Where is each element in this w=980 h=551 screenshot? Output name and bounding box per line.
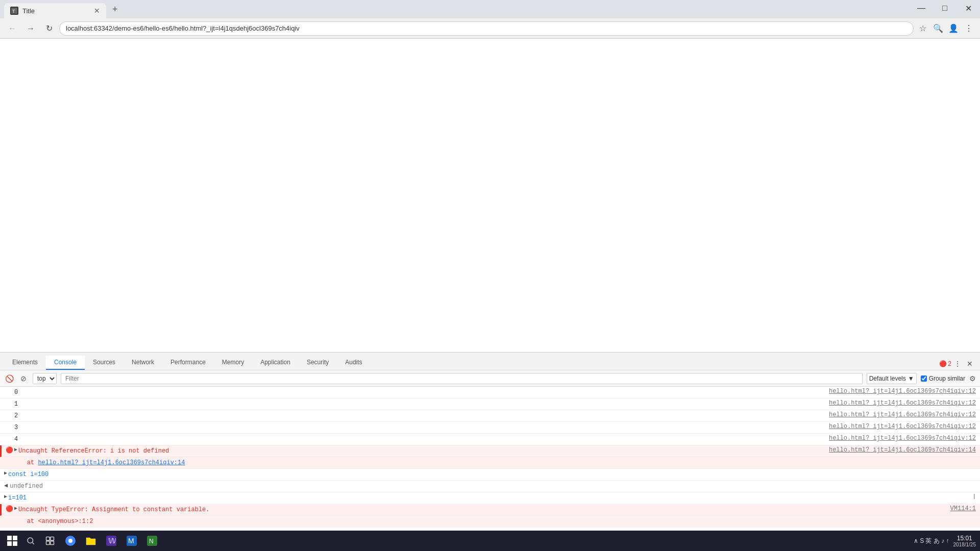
minimize-button[interactable]: — xyxy=(910,0,933,16)
taskbar-app2-icon[interactable]: M xyxy=(124,533,140,549)
console-row-1: 1 hello.html?_ijt=l4j1.6ocl369s7ch4iqiv:… xyxy=(0,398,980,410)
row-value-4: 4 xyxy=(14,435,825,444)
error-1-message: Uncaught ReferenceError: i is not define… xyxy=(18,446,825,456)
new-tab-button[interactable]: + xyxy=(108,2,122,17)
tab-title: Title xyxy=(22,7,35,15)
page-content: Elements Console Sources Network Perform… xyxy=(0,39,980,551)
taskbar-chrome-icon[interactable] xyxy=(62,533,79,549)
row-link-1[interactable]: hello.html?_ijt=l4j1.6ocl369s7ch4iqiv:12 xyxy=(825,399,976,407)
toolbar-actions: ☆ 🔍 👤 ⋮ xyxy=(916,21,976,36)
taskbar-sys-tray: ∧ S 英 あ ♪ ↑ xyxy=(912,537,951,545)
devtools-tabs: Elements Console Sources Network Perform… xyxy=(0,353,980,370)
svg-rect-9 xyxy=(51,537,54,541)
svg-rect-2 xyxy=(7,536,12,540)
tab-audits[interactable]: Audits xyxy=(337,356,370,370)
maximize-button[interactable]: □ xyxy=(933,0,957,16)
browser-window: T Title ✕ + — □ ✕ ← → ↻ ☆ 🔍 👤 ⋮ E xyxy=(0,0,980,551)
console-row-3: 3 hello.html?_ijt=l4j1.6ocl369s7ch4iqiv:… xyxy=(0,422,980,434)
svg-rect-4 xyxy=(7,541,12,546)
svg-text:M: M xyxy=(128,537,134,545)
tab-memory[interactable]: Memory xyxy=(214,356,252,370)
row-expand-1 xyxy=(4,400,12,409)
row-link-4[interactable]: hello.html?_ijt=l4j1.6ocl369s7ch4iqiv:12 xyxy=(825,435,976,442)
clear-console-icon[interactable]: 🚫 xyxy=(4,373,14,384)
const-expand-arrow[interactable]: ▶ xyxy=(4,470,7,476)
devtools-toolbar: 🚫 ⊘ top Default levels ▼ Group similar ⚙ xyxy=(0,370,980,387)
console-row-i101: ▶ i=101 | xyxy=(0,492,980,504)
back-button[interactable]: ← xyxy=(4,20,20,37)
console-row-error-2: 🔴 ▶ Uncaught TypeError: Assignment to co… xyxy=(0,504,980,516)
default-levels-label: Default levels xyxy=(869,375,906,382)
taskbar-folder-icon[interactable] xyxy=(83,533,99,549)
svg-rect-5 xyxy=(13,541,17,546)
bookmark-icon[interactable]: ☆ xyxy=(916,21,930,36)
devtools-close-icon[interactable]: ✕ xyxy=(964,358,976,370)
console-output[interactable]: 0 hello.html?_ijt=l4j1.6ocl369s7ch4iqiv:… xyxy=(0,387,980,551)
row-link-3[interactable]: hello.html?_ijt=l4j1.6ocl369s7ch4iqiv:12 xyxy=(825,423,976,430)
taskbar: 𝕎 M N ∧ S 英 あ ♪ ↑ 15:01 2018/1/25 xyxy=(0,531,980,551)
clock-date: 2018/1/25 xyxy=(953,542,976,547)
filter-input[interactable] xyxy=(61,373,863,384)
svg-rect-8 xyxy=(46,537,50,541)
error-1-link[interactable]: hello.html?_ijt=l4j1.6ocl369s7ch4iqiv:14 xyxy=(825,446,976,454)
row-link-0[interactable]: hello.html?_ijt=l4j1.6ocl369s7ch4iqiv:12 xyxy=(825,388,976,395)
tab-close-button[interactable]: ✕ xyxy=(94,7,100,15)
i101-expression: i=101 xyxy=(8,493,971,503)
reload-button[interactable]: ↻ xyxy=(41,20,57,37)
svg-point-6 xyxy=(28,538,33,543)
error-2-expand-arrow[interactable]: ▶ xyxy=(14,505,17,511)
tab-sources[interactable]: Sources xyxy=(85,356,124,370)
tab-application[interactable]: Application xyxy=(252,356,299,370)
default-levels-select[interactable]: Default levels ▼ xyxy=(867,373,917,384)
devtools-settings-icon[interactable]: ⚙ xyxy=(969,374,976,383)
group-similar-checkbox[interactable] xyxy=(921,375,927,382)
group-similar-text: Group similar xyxy=(929,375,965,382)
context-select[interactable]: top xyxy=(33,373,57,384)
svg-text:𝕎: 𝕎 xyxy=(108,537,116,545)
row-expand-4 xyxy=(4,436,12,444)
taskbar-app3-icon[interactable]: N xyxy=(144,533,160,549)
taskbar-search-button[interactable] xyxy=(22,533,39,549)
svg-rect-11 xyxy=(51,541,54,545)
browser-tab[interactable]: T Title ✕ xyxy=(4,3,106,18)
window-controls: — □ ✕ xyxy=(910,0,980,18)
tab-performance[interactable]: Performance xyxy=(162,356,214,370)
row-expand-0 xyxy=(4,389,12,397)
forward-button[interactable]: → xyxy=(22,20,39,37)
svg-rect-3 xyxy=(13,536,17,540)
levels-chevron-icon: ▼ xyxy=(908,375,914,382)
tab-console[interactable]: Console xyxy=(46,356,85,370)
group-similar-label[interactable]: Group similar xyxy=(921,375,965,382)
tab-security[interactable]: Security xyxy=(299,356,337,370)
const-expression: const i=100 xyxy=(8,470,976,479)
devtools-panel: Elements Console Sources Network Perform… xyxy=(0,352,980,551)
clock-time: 15:01 xyxy=(953,535,976,542)
i101-expand-arrow[interactable]: ▶ xyxy=(4,493,7,499)
sys-tray-icons: ∧ S 英 あ ♪ ↑ xyxy=(914,537,949,545)
error-2-link[interactable]: VM114:1 xyxy=(946,505,976,512)
start-button[interactable] xyxy=(4,533,20,549)
tab-favicon: T xyxy=(10,7,18,15)
preserve-log-icon[interactable]: ⊘ xyxy=(18,373,29,384)
search-icon[interactable]: 🔍 xyxy=(931,21,945,36)
profile-icon[interactable]: 👤 xyxy=(946,21,961,36)
error-1-at-link[interactable]: hello.html?_ijt=l4j1.6ocl369s7ch4iqiv:14 xyxy=(38,459,185,466)
devtools-menu-icon[interactable]: ⋮ xyxy=(951,358,964,370)
close-button[interactable]: ✕ xyxy=(957,0,980,16)
taskbar-app1-icon[interactable]: 𝕎 xyxy=(103,533,119,549)
tab-network[interactable]: Network xyxy=(124,356,162,370)
navigation-toolbar: ← → ↻ ☆ 🔍 👤 ⋮ xyxy=(0,18,980,39)
console-row-undefined: ◀ undefined xyxy=(0,481,980,492)
undefined-result: undefined xyxy=(10,482,976,491)
console-row-const: ▶ const i=100 xyxy=(0,469,980,481)
row-value-2: 2 xyxy=(14,411,825,420)
taskbar-multitask-icon[interactable] xyxy=(42,533,58,549)
tab-elements[interactable]: Elements xyxy=(4,356,46,370)
address-bar[interactable] xyxy=(59,21,914,36)
row-link-2[interactable]: hello.html?_ijt=l4j1.6ocl369s7ch4iqiv:12 xyxy=(825,411,976,418)
error-1-expand-arrow[interactable]: ▶ xyxy=(14,446,17,453)
devtools-tab-icons: 🔴 2 ⋮ ✕ xyxy=(935,358,980,370)
extensions-icon[interactable]: ⋮ xyxy=(962,21,976,36)
page-body xyxy=(0,39,980,120)
svg-text:N: N xyxy=(149,538,154,545)
